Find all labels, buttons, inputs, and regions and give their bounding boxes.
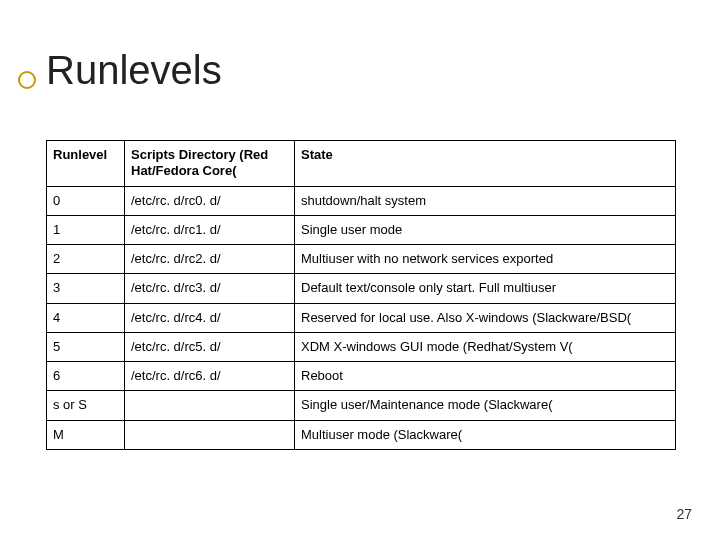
cell-state: Default text/console only start. Full mu… <box>295 274 676 303</box>
cell-scripts: /etc/rc. d/rc3. d/ <box>125 274 295 303</box>
cell-scripts: /etc/rc. d/rc5. d/ <box>125 332 295 361</box>
cell-state: Reboot <box>295 362 676 391</box>
col-header-runlevel: Runlevel <box>47 141 125 187</box>
cell-state: Single user/Maintenance mode (Slackware( <box>295 391 676 420</box>
cell-state: Multiuser mode (Slackware( <box>295 420 676 449</box>
cell-runlevel: 4 <box>47 303 125 332</box>
col-header-scripts: Scripts Directory (Red Hat/Fedora Core( <box>125 141 295 187</box>
table-header-row: Runlevel Scripts Directory (Red Hat/Fedo… <box>47 141 676 187</box>
cell-runlevel: 6 <box>47 362 125 391</box>
table-row: s or S Single user/Maintenance mode (Sla… <box>47 391 676 420</box>
cell-runlevel: 5 <box>47 332 125 361</box>
col-header-state: State <box>295 141 676 187</box>
cell-scripts: /etc/rc. d/rc6. d/ <box>125 362 295 391</box>
slide-title: Runlevels <box>46 48 222 93</box>
slide: Runlevels Runlevel Scripts Directory (Re… <box>0 0 720 540</box>
page-number: 27 <box>676 506 692 522</box>
table-row: 1 /etc/rc. d/rc1. d/ Single user mode <box>47 215 676 244</box>
cell-scripts: /etc/rc. d/rc4. d/ <box>125 303 295 332</box>
cell-scripts: /etc/rc. d/rc1. d/ <box>125 215 295 244</box>
table-row: 6 /etc/rc. d/rc6. d/ Reboot <box>47 362 676 391</box>
cell-state: Single user mode <box>295 215 676 244</box>
cell-runlevel: 3 <box>47 274 125 303</box>
cell-runlevel: 2 <box>47 245 125 274</box>
cell-runlevel: s or S <box>47 391 125 420</box>
table-row: 0 /etc/rc. d/rc0. d/ shutdown/halt syste… <box>47 186 676 215</box>
cell-scripts <box>125 420 295 449</box>
cell-runlevel: 1 <box>47 215 125 244</box>
cell-state: Multiuser with no network services expor… <box>295 245 676 274</box>
table-row: 2 /etc/rc. d/rc2. d/ Multiuser with no n… <box>47 245 676 274</box>
cell-scripts: /etc/rc. d/rc0. d/ <box>125 186 295 215</box>
table-row: M Multiuser mode (Slackware( <box>47 420 676 449</box>
table-row: 4 /etc/rc. d/rc4. d/ Reserved for local … <box>47 303 676 332</box>
cell-scripts <box>125 391 295 420</box>
runlevels-table-wrap: Runlevel Scripts Directory (Red Hat/Fedo… <box>46 140 676 450</box>
cell-state: XDM X-windows GUI mode (Redhat/System V( <box>295 332 676 361</box>
table-row: 3 /etc/rc. d/rc3. d/ Default text/consol… <box>47 274 676 303</box>
cell-runlevel: M <box>47 420 125 449</box>
runlevels-table: Runlevel Scripts Directory (Red Hat/Fedo… <box>46 140 676 450</box>
cell-runlevel: 0 <box>47 186 125 215</box>
table-row: 5 /etc/rc. d/rc5. d/ XDM X-windows GUI m… <box>47 332 676 361</box>
cell-state: shutdown/halt system <box>295 186 676 215</box>
cell-scripts: /etc/rc. d/rc2. d/ <box>125 245 295 274</box>
bullet-accent-icon <box>18 71 36 89</box>
cell-state: Reserved for local use. Also X-windows (… <box>295 303 676 332</box>
